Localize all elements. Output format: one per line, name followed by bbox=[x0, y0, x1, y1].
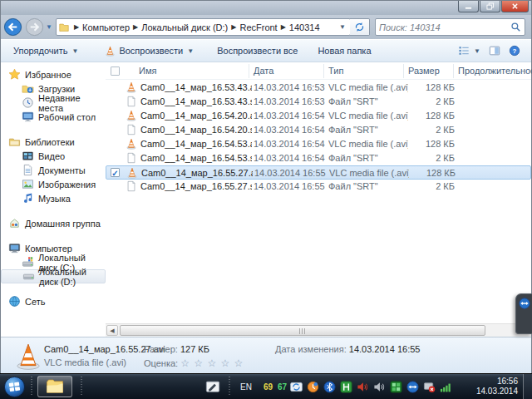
file-row[interactable]: Cam0__14_мар_16.54.20.srt 14.03.2014 16:… bbox=[106, 123, 531, 137]
recent-icon bbox=[22, 96, 34, 109]
breadcrumb-item[interactable]: RecFront bbox=[239, 22, 277, 32]
horizontal-scrollbar[interactable]: ◀ bbox=[106, 323, 531, 337]
tray-number[interactable]: 69 bbox=[264, 382, 273, 392]
address-dropdown-icon[interactable]: ▼ bbox=[339, 23, 346, 31]
sidebar-item[interactable]: Локальный диск (D:) bbox=[1, 269, 106, 283]
column-header-size[interactable]: Размер bbox=[408, 66, 440, 76]
search-input[interactable] bbox=[379, 22, 510, 32]
breadcrumb-item[interactable]: Компьютер bbox=[82, 22, 130, 32]
search-icon[interactable] bbox=[510, 22, 521, 32]
file-row[interactable]: Cam0__14_мар_16.54.53.avi 14.03.2014 16:… bbox=[106, 137, 531, 151]
command-toolbar: Упорядочить▼ Воспроизвести▼ Воспроизвест… bbox=[1, 39, 531, 62]
star-icon bbox=[8, 68, 21, 81]
taskbar-clock[interactable]: 16:56 14.03.2014 bbox=[476, 377, 518, 397]
tablet-pen-button[interactable] bbox=[202, 377, 224, 396]
sidebar-item[interactable]: Видео bbox=[1, 149, 106, 163]
select-all-checkbox[interactable] bbox=[111, 66, 120, 76]
sidebar-item[interactable]: Документы bbox=[1, 163, 106, 177]
breadcrumb-separator-icon: ▶ bbox=[231, 23, 236, 31]
sidebar-item[interactable]: Домашняя группа bbox=[1, 216, 106, 230]
file-row[interactable]: Cam0__14_мар_16.55.27.avi 14.03.2014 16:… bbox=[106, 165, 531, 180]
close-button[interactable] bbox=[501, 1, 529, 12]
updater-icon[interactable] bbox=[307, 381, 319, 393]
teamviewer-icon[interactable] bbox=[406, 381, 419, 393]
system-tray: 6967 bbox=[264, 381, 452, 393]
network-icon bbox=[8, 295, 21, 308]
column-header-type[interactable]: Тип bbox=[328, 66, 343, 76]
details-modified: Дата изменения: 14.03.2014 16:55 bbox=[275, 344, 420, 354]
help-button[interactable]: ? bbox=[505, 42, 525, 59]
teamviewer-panel[interactable] bbox=[515, 293, 532, 334]
sidebar-item[interactable]: Недавние места bbox=[1, 96, 106, 110]
sidebar-item[interactable]: Избранное bbox=[1, 67, 106, 81]
restore-button[interactable] bbox=[480, 1, 500, 12]
file-size: 128 КБ bbox=[395, 139, 455, 149]
file-row[interactable]: Cam0__14_мар_16.53.43.srt 14.03.2014 16:… bbox=[106, 95, 531, 109]
row-checkbox[interactable] bbox=[111, 168, 120, 177]
video-icon bbox=[22, 150, 34, 162]
language-indicator[interactable]: EN bbox=[240, 382, 252, 392]
address-bar[interactable]: ▶Компьютер▶Локальный диск (D:)▶RecFront▶… bbox=[56, 18, 351, 36]
srt-icon bbox=[126, 152, 137, 164]
sidebar-item-label: Музыка bbox=[38, 194, 71, 204]
file-size: 128 КБ bbox=[395, 111, 455, 121]
tray-number[interactable]: 67 bbox=[278, 382, 287, 392]
speaker-red-icon[interactable] bbox=[357, 381, 369, 393]
sidebar-item-label: Изображения bbox=[38, 180, 96, 190]
file-size: 2 КБ bbox=[395, 181, 455, 191]
organize-button[interactable]: Упорядочить▼ bbox=[6, 43, 86, 58]
file-date: 14.03.2014 16:54 bbox=[254, 111, 327, 121]
minimize-button[interactable] bbox=[458, 1, 479, 12]
play-all-button[interactable]: Воспроизвести все bbox=[209, 43, 305, 58]
chevron-down-icon: ▼ bbox=[71, 47, 78, 55]
sidebar-item[interactable]: Сеть bbox=[1, 294, 106, 308]
column-header-date[interactable]: Дата bbox=[254, 66, 273, 76]
hotkey-h-icon[interactable] bbox=[340, 381, 352, 393]
breadcrumb-item[interactable]: Локальный диск (D:) bbox=[141, 22, 228, 32]
sidebar-item[interactable]: Музыка bbox=[1, 191, 106, 205]
rating-stars-icon[interactable]: ☆ ☆ ☆ ☆ ☆ bbox=[180, 357, 244, 369]
change-view-button[interactable]: ▼ bbox=[454, 42, 485, 59]
new-folder-button[interactable]: Новая папка bbox=[310, 43, 378, 58]
file-row[interactable]: Cam0__14_мар_16.53.43.avi 14.03.2014 16:… bbox=[106, 81, 531, 95]
forward-button[interactable] bbox=[25, 17, 44, 37]
sync-icon[interactable] bbox=[290, 381, 303, 393]
speaker-gray-icon[interactable] bbox=[373, 381, 386, 393]
explorer-content: Избранное Загрузки Недавние места Рабочи… bbox=[1, 62, 531, 337]
bluetooth-icon[interactable] bbox=[323, 381, 336, 393]
explorer-taskbar-button[interactable] bbox=[37, 376, 72, 397]
column-header-name[interactable]: Имя bbox=[139, 66, 156, 76]
pen-icon bbox=[204, 379, 221, 394]
chevron-down-icon: ▼ bbox=[187, 47, 194, 55]
file-row[interactable]: Cam0__14_мар_16.54.20.avi 14.03.2014 16:… bbox=[106, 109, 531, 123]
disk-d-icon bbox=[22, 270, 35, 283]
scrollbar-thumb[interactable] bbox=[120, 325, 485, 336]
sidebar-item[interactable]: Библиотеки bbox=[1, 135, 106, 149]
start-button[interactable] bbox=[3, 376, 26, 398]
show-desktop-button[interactable] bbox=[523, 374, 532, 399]
scroll-left-arrow[interactable]: ◀ bbox=[106, 325, 118, 336]
play-button[interactable]: Воспроизвести▼ bbox=[97, 43, 201, 59]
sidebar-item-label: Библиотеки bbox=[25, 137, 75, 147]
title-bar[interactable] bbox=[1, 1, 531, 15]
column-header-duration[interactable]: Продолжительнос. bbox=[458, 66, 532, 76]
grid-green-icon[interactable] bbox=[390, 381, 402, 393]
teamviewer-icon bbox=[519, 298, 530, 309]
taskbar-separator bbox=[81, 377, 82, 397]
sidebar-item[interactable]: Рабочий стол bbox=[1, 110, 106, 124]
file-size: 2 КБ bbox=[395, 125, 455, 135]
sidebar-item[interactable]: Изображения bbox=[1, 177, 106, 191]
vlc-icon bbox=[126, 138, 137, 150]
file-date: 14.03.2014 16:53 bbox=[254, 82, 327, 92]
refresh-button[interactable] bbox=[350, 18, 370, 36]
file-row[interactable]: Cam0__14_мар_16.54.53.srt 14.03.2014 16:… bbox=[106, 151, 531, 165]
breadcrumb-item[interactable]: 140314 bbox=[289, 22, 320, 32]
device-error-icon[interactable] bbox=[423, 381, 436, 393]
sidebar-item-label: Документы bbox=[38, 165, 86, 175]
back-button[interactable] bbox=[3, 17, 22, 37]
chevron-down-icon: ▼ bbox=[474, 47, 480, 55]
network-signal-icon[interactable] bbox=[440, 381, 452, 393]
recent-pages-dropdown[interactable]: ▼ bbox=[46, 23, 52, 31]
file-row[interactable]: Cam0__14_мар_16.55.27.srt 14.03.2014 16:… bbox=[106, 180, 531, 194]
preview-pane-button[interactable] bbox=[485, 42, 505, 59]
